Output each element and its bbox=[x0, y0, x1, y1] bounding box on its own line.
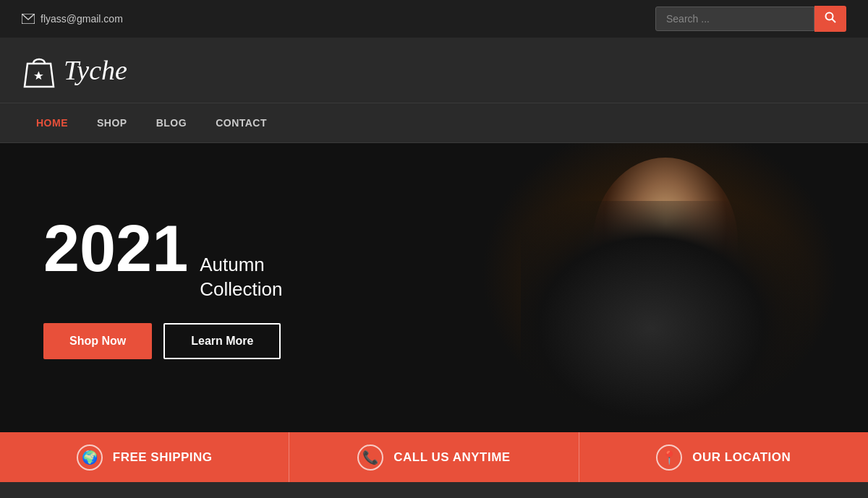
logo-text: Tyche bbox=[64, 54, 127, 86]
nav-item-shop[interactable]: SHOP bbox=[82, 104, 142, 142]
navbar: HOME SHOP BLOG CONTACT bbox=[0, 103, 868, 143]
logo-bag-icon bbox=[22, 51, 56, 90]
nav-item-blog[interactable]: BLOG bbox=[142, 104, 201, 142]
svg-marker-3 bbox=[34, 72, 43, 80]
logo[interactable]: Tyche bbox=[22, 51, 127, 90]
logobar: Tyche bbox=[0, 38, 868, 103]
hero-title: 2021 Autumn Collection bbox=[43, 216, 282, 302]
nav-item-contact[interactable]: CONTACT bbox=[201, 104, 281, 142]
bottom-item-location: 📍 OUR LOCATION bbox=[579, 432, 868, 482]
hero-buttons: Shop Now Learn More bbox=[43, 323, 282, 359]
search-button[interactable] bbox=[814, 6, 846, 32]
search-icon bbox=[825, 12, 836, 23]
learn-more-button[interactable]: Learn More bbox=[163, 323, 281, 359]
hero-subtitle: Autumn Collection bbox=[200, 253, 282, 302]
topbar: flyass@gmail.com bbox=[0, 0, 868, 38]
bottom-bar: 🌍 FREE SHIPPING 📞 CALL US ANYTIME 📍 OUR … bbox=[0, 432, 868, 482]
location-label: OUR LOCATION bbox=[692, 450, 791, 465]
topbar-email-area: flyass@gmail.com bbox=[22, 13, 123, 25]
shipping-icon: 🌍 bbox=[77, 445, 103, 471]
svg-point-1 bbox=[826, 13, 833, 20]
nav-item-home[interactable]: HOME bbox=[22, 104, 82, 142]
location-icon: 📍 bbox=[656, 445, 682, 471]
call-label: CALL US ANYTIME bbox=[393, 450, 510, 465]
hero-year: 2021 bbox=[43, 216, 188, 281]
svg-line-2 bbox=[833, 20, 836, 23]
hero-section: 2021 Autumn Collection Shop Now Learn Mo… bbox=[0, 143, 868, 432]
call-icon: 📞 bbox=[357, 445, 383, 471]
envelope-icon bbox=[22, 14, 35, 24]
search-input[interactable] bbox=[655, 7, 814, 31]
bottom-item-call: 📞 CALL US ANYTIME bbox=[289, 432, 579, 482]
hero-content: 2021 Autumn Collection Shop Now Learn Mo… bbox=[0, 216, 282, 360]
search-bar[interactable] bbox=[655, 6, 846, 32]
shop-now-button[interactable]: Shop Now bbox=[43, 323, 152, 359]
email-text: flyass@gmail.com bbox=[41, 13, 123, 25]
shipping-label: FREE SHIPPING bbox=[113, 450, 213, 465]
bottom-item-shipping: 🌍 FREE SHIPPING bbox=[0, 432, 289, 482]
